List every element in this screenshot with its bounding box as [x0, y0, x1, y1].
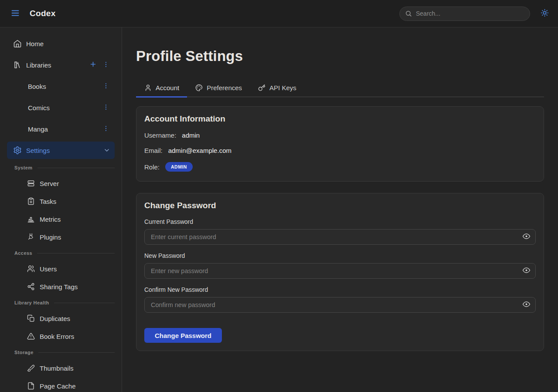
palette-icon	[195, 84, 203, 91]
account-info-card: Account Information Username: admin Emai…	[136, 106, 544, 182]
toggle-current-password-visibility-button[interactable]	[521, 231, 531, 243]
tab-label: Account	[156, 84, 179, 91]
sidebar-item-label: Libraries	[26, 61, 88, 69]
section-header-access: Access	[7, 248, 115, 258]
toggle-new-password-visibility-button[interactable]	[521, 265, 531, 277]
sidebar-item-label: Sharing Tags	[40, 283, 110, 291]
search-box	[399, 7, 530, 21]
section-divider	[37, 253, 115, 253]
user-icon	[144, 84, 152, 91]
sidebar-item-label: Server	[40, 180, 110, 187]
sidebar-item-settings[interactable]: Settings	[7, 142, 115, 159]
sidebar-item-label: Books	[28, 83, 102, 90]
sidebar-item-label: Settings	[26, 147, 103, 154]
home-icon	[13, 39, 22, 48]
section-divider	[54, 303, 115, 303]
app-title: Codex	[30, 9, 56, 18]
role-badge: ADMIN	[165, 162, 193, 172]
sidebar-item-metrics[interactable]: Metrics	[7, 211, 115, 227]
tab-label: API Keys	[269, 84, 296, 91]
main-content: Profile Settings Account Preferences API…	[122, 27, 558, 392]
section-divider	[37, 168, 115, 168]
sidebar-item-home[interactable]: Home	[7, 35, 115, 52]
username-value: admin	[182, 132, 200, 139]
current-password-label: Current Password	[144, 218, 536, 225]
search-input[interactable]	[416, 10, 524, 17]
sidebar-item-label: Duplicates	[40, 315, 110, 322]
chevron-down-icon	[103, 147, 110, 154]
gear-icon	[13, 146, 22, 155]
tab-api-keys[interactable]: API Keys	[250, 81, 304, 97]
sidebar-item-page-cache[interactable]: Page Cache	[7, 378, 115, 392]
menu-toggle-button[interactable]	[10, 8, 20, 19]
new-password-input[interactable]	[144, 263, 536, 279]
tab-account[interactable]: Account	[136, 81, 187, 97]
toggle-confirm-password-visibility-button[interactable]	[521, 299, 531, 311]
sidebar-item-users[interactable]: Users	[7, 261, 115, 277]
brush-icon	[27, 364, 35, 372]
username-label: Username:	[144, 132, 176, 139]
email-value: admin@example.com	[168, 147, 231, 154]
sidebar: Home Libraries Books Comics	[0, 27, 122, 392]
kebab-icon	[102, 82, 109, 91]
current-password-input[interactable]	[144, 229, 536, 245]
section-header-storage: Storage	[7, 348, 115, 357]
sidebar-item-duplicates[interactable]: Duplicates	[7, 311, 115, 326]
sidebar-item-thumbnails[interactable]: Thumbnails	[7, 360, 115, 376]
manga-menu-button[interactable]	[102, 124, 110, 134]
library-icon	[13, 61, 22, 69]
confirm-password-label: Confirm New Password	[144, 286, 536, 293]
sidebar-item-book-errors[interactable]: Book Errors	[7, 328, 115, 344]
sidebar-item-books[interactable]: Books	[7, 78, 115, 95]
sidebar-item-label: Tasks	[40, 198, 110, 205]
theme-toggle-button[interactable]	[541, 9, 549, 18]
section-divider	[38, 352, 115, 353]
tab-preferences[interactable]: Preferences	[187, 81, 250, 97]
new-password-group: New Password	[144, 252, 536, 279]
hamburger-icon	[10, 8, 20, 19]
eye-icon	[522, 266, 531, 276]
search-icon	[405, 10, 412, 17]
sun-icon	[541, 9, 549, 18]
section-label: Storage	[14, 350, 34, 355]
sidebar-item-label: Page Cache	[40, 382, 110, 390]
role-label: Role:	[144, 163, 160, 171]
eye-icon	[522, 232, 531, 242]
server-icon	[27, 179, 35, 187]
topbar: Codex	[0, 0, 558, 27]
sidebar-item-tasks[interactable]: Tasks	[7, 193, 115, 209]
share-icon	[27, 283, 35, 291]
copy-icon	[27, 314, 35, 322]
comics-menu-button[interactable]	[102, 103, 110, 113]
sidebar-item-comics[interactable]: Comics	[7, 99, 115, 116]
current-password-group: Current Password	[144, 218, 536, 245]
new-password-label: New Password	[144, 252, 536, 259]
sidebar-item-plugins[interactable]: Plugins	[7, 229, 115, 245]
section-header-system: System	[7, 163, 115, 172]
tab-bar: Account Preferences API Keys	[136, 81, 544, 97]
sidebar-item-libraries[interactable]: Libraries	[7, 56, 115, 74]
eye-icon	[522, 300, 531, 310]
sidebar-item-manga[interactable]: Manga	[7, 120, 115, 138]
sidebar-item-label: Comics	[28, 104, 102, 112]
change-password-button[interactable]: Change Password	[144, 328, 222, 343]
section-label: Access	[14, 250, 32, 256]
libraries-menu-button[interactable]	[102, 60, 110, 70]
clipboard-icon	[27, 197, 35, 205]
plus-icon	[89, 61, 97, 69]
role-row: Role: ADMIN	[144, 162, 536, 172]
sidebar-item-label: Metrics	[40, 216, 110, 223]
confirm-password-input[interactable]	[144, 297, 536, 313]
email-label: Email:	[144, 147, 163, 154]
sidebar-item-label: Users	[40, 265, 110, 273]
sidebar-item-sharing-tags[interactable]: Sharing Tags	[7, 279, 115, 294]
tab-label: Preferences	[207, 84, 242, 91]
users-icon	[27, 265, 35, 273]
sidebar-item-server[interactable]: Server	[7, 176, 115, 191]
card-title: Account Information	[144, 114, 536, 124]
books-menu-button[interactable]	[102, 81, 110, 91]
sidebar-item-label: Book Errors	[40, 333, 110, 340]
change-password-card: Change Password Current Password New Pas…	[136, 193, 544, 351]
add-library-button[interactable]	[88, 60, 98, 70]
kebab-icon	[102, 61, 109, 69]
